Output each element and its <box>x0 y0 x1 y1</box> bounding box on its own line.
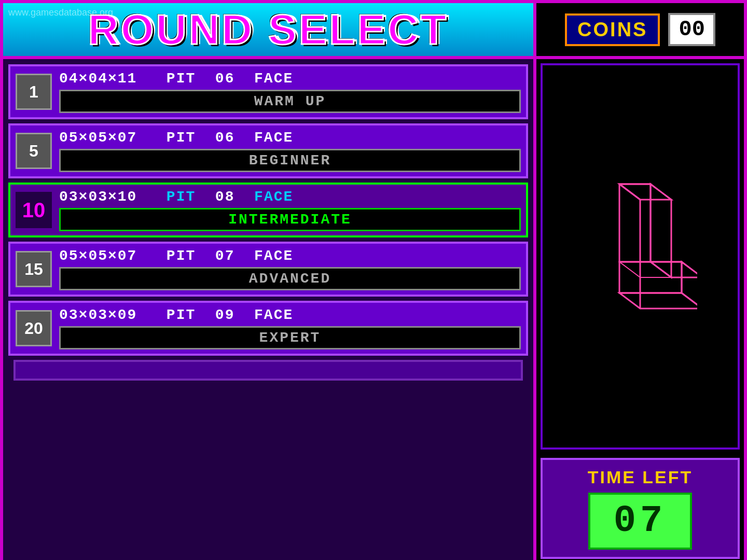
svg-line-7 <box>619 184 640 200</box>
round-details-1: 04×04×11 PIT 06 FACE WARM UP <box>59 71 521 113</box>
round-specs-15: 05×05×07 PIT 07 FACE <box>59 248 521 264</box>
round-item-15[interactable]: 15 05×05×07 PIT 07 FACE ADVANCED <box>8 242 528 297</box>
round-name-5: BEGINNER <box>59 149 521 172</box>
preview-area <box>541 63 740 450</box>
game-screen: www.gamesdatabase.org ROUND SELECT COINS… <box>0 0 747 560</box>
page-title: ROUND SELECT <box>88 5 449 54</box>
timer-display: 07 <box>588 493 692 550</box>
time-left-label: TIME LEFT <box>588 467 693 487</box>
round-details-15: 05×05×07 PIT 07 FACE ADVANCED <box>59 248 521 290</box>
coins-section: COINS 00 <box>536 3 744 56</box>
round-details-10: 03×03×10 PIT 08 FACE INTERMEDIATE <box>59 189 521 231</box>
main-content: 1 04×04×11 PIT 06 FACE WARM UP 5 05×05×0… <box>3 59 744 560</box>
rounds-panel: 1 04×04×11 PIT 06 FACE WARM UP 5 05×05×0… <box>3 59 536 560</box>
svg-marker-4 <box>682 262 697 309</box>
round-number-5: 5 <box>16 133 52 169</box>
round-number-10: 10 <box>16 192 52 228</box>
round-number-1: 1 <box>16 74 52 110</box>
round-specs-5: 05×05×07 PIT 06 FACE <box>59 130 521 146</box>
svg-line-9 <box>619 262 640 277</box>
round-specs-20: 03×03×09 PIT 09 FACE <box>59 307 521 323</box>
round-item-1[interactable]: 1 04×04×11 PIT 06 FACE WARM UP <box>8 64 528 119</box>
round-number-20: 20 <box>16 310 52 346</box>
round-specs-10: 03×03×10 PIT 08 FACE <box>59 189 521 205</box>
coins-value: 00 <box>668 13 715 46</box>
svg-marker-2 <box>619 184 671 200</box>
watermark: www.gamesdatabase.org <box>8 7 113 18</box>
partial-row <box>13 360 523 381</box>
round-name-1: WARM UP <box>59 90 521 113</box>
round-name-15: ADVANCED <box>59 267 521 290</box>
coins-label: COINS <box>565 13 660 46</box>
round-name-20: EXPERT <box>59 326 521 349</box>
round-name-10: INTERMEDIATE <box>59 208 521 231</box>
right-panel: TIME LEFT 07 <box>536 59 744 560</box>
round-item-20[interactable]: 20 03×03×09 PIT 09 FACE EXPERT <box>8 301 528 356</box>
svg-marker-5 <box>651 262 697 277</box>
round-item-5[interactable]: 5 05×05×07 PIT 06 FACE BEGINNER <box>8 123 528 178</box>
round-number-15: 15 <box>16 251 52 287</box>
timer-panel: TIME LEFT 07 <box>541 458 740 559</box>
round-item-10[interactable]: 10 03×03×10 PIT 08 FACE INTERMEDIATE <box>8 183 528 237</box>
title-section: www.gamesdatabase.org ROUND SELECT <box>3 3 536 56</box>
round-details-5: 05×05×07 PIT 06 FACE BEGINNER <box>59 130 521 172</box>
svg-marker-6 <box>619 293 697 309</box>
piece-preview <box>583 174 697 340</box>
round-specs-1: 04×04×11 PIT 06 FACE <box>59 71 521 87</box>
round-details-20: 03×03×09 PIT 09 FACE EXPERT <box>59 307 521 349</box>
header-bar: www.gamesdatabase.org ROUND SELECT COINS… <box>3 3 744 59</box>
